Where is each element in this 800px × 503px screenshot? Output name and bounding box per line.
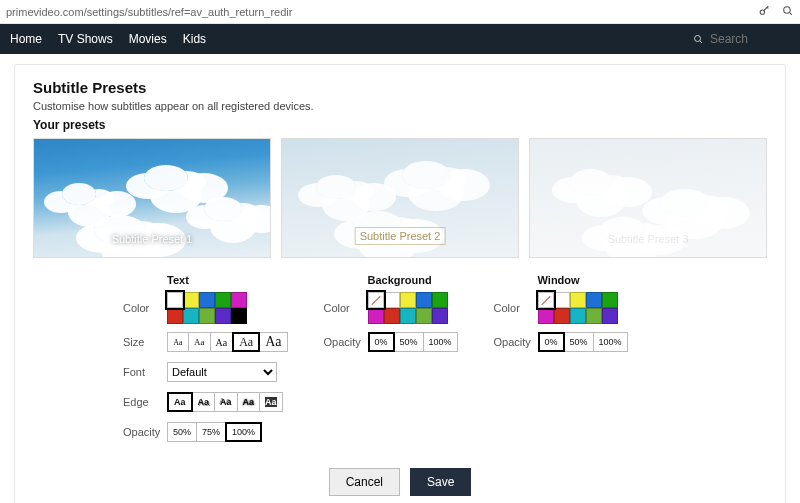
preset-3-label: Subtitle Preset 3 [608,233,689,245]
color-swatch[interactable] [215,308,231,324]
page-url: primevideo.com/settings/subtitles/ref=av… [6,6,292,18]
color-swatch[interactable] [231,292,247,308]
background-heading: Background [368,274,458,286]
your-presets-heading: Your presets [33,118,767,132]
text-edge-option-uniform[interactable]: Aa [237,392,261,412]
browser-urlbar: primevideo.com/settings/subtitles/ref=av… [0,0,800,24]
window-heading: Window [538,274,628,286]
opacity-option[interactable]: 50% [564,332,594,352]
preset-2-label: Subtitle Preset 2 [355,227,446,245]
color-swatch[interactable] [400,308,416,324]
text-edge-label: Edge [123,396,167,408]
opacity-option[interactable]: 75% [196,422,226,442]
color-swatch-none[interactable] [368,292,384,308]
text-size-option[interactable]: Aa [232,332,260,352]
text-size-label: Size [123,336,167,348]
nav-search[interactable] [692,32,790,46]
color-swatch[interactable] [167,292,183,308]
background-opacity-options: 0%50%100% [368,332,458,352]
text-edge-options: AaAaAaAaAa [167,392,283,412]
preset-1[interactable]: Subtitle Preset 1 [33,138,271,258]
color-swatch[interactable] [570,292,586,308]
nav-tvshows[interactable]: TV Shows [58,32,113,46]
color-swatch[interactable] [368,308,384,324]
color-swatch[interactable] [432,292,448,308]
color-swatch[interactable] [586,308,602,324]
color-swatch[interactable] [231,308,247,324]
action-buttons: Cancel Save [33,468,767,496]
color-swatch[interactable] [570,308,586,324]
svg-point-1 [784,7,791,14]
search-icon [692,33,704,45]
text-font-select[interactable]: Default [167,362,277,382]
svg-point-2 [695,36,701,42]
color-swatch[interactable] [416,308,432,324]
text-opacity-label: Opacity [123,426,167,438]
color-swatch[interactable] [183,292,199,308]
save-button[interactable]: Save [410,468,471,496]
text-edge-option-drop[interactable]: Aa [259,392,283,412]
text-column: Text Color Size AaAaAaAaAa Font Default … [123,274,288,450]
page-description: Customise how subtitles appear on all re… [33,100,767,112]
text-size-option[interactable]: Aa [167,332,189,352]
text-color-swatches [167,292,247,324]
nav-kids[interactable]: Kids [183,32,206,46]
color-swatch[interactable] [384,308,400,324]
page-title: Subtitle Presets [33,79,767,96]
window-opacity-label: Opacity [494,336,538,348]
color-swatch[interactable] [199,308,215,324]
main-nav: Home TV Shows Movies Kids [0,24,800,54]
nav-home[interactable]: Home [10,32,42,46]
window-column: Window Color Opacity 0%50%100% [494,274,628,450]
color-swatch[interactable] [586,292,602,308]
window-color-swatches [538,292,618,324]
color-swatch[interactable] [602,292,618,308]
color-swatch[interactable] [554,308,570,324]
search-input[interactable] [710,32,790,46]
color-swatch[interactable] [215,292,231,308]
preset-2[interactable]: Subtitle Preset 2 [281,138,519,258]
color-swatch[interactable] [416,292,432,308]
text-edge-option-depressed[interactable]: Aa [214,392,238,412]
background-opacity-label: Opacity [324,336,368,348]
color-swatch[interactable] [538,308,554,324]
text-edge-option-raised[interactable]: Aa [192,392,216,412]
preset-1-label: Subtitle Preset 1 [112,233,193,245]
color-swatch[interactable] [384,292,400,308]
preset-3[interactable]: Subtitle Preset 3 [529,138,767,258]
opacity-option[interactable]: 0% [368,332,395,352]
text-size-options: AaAaAaAaAa [167,332,288,352]
background-color-swatches [368,292,448,324]
text-size-option[interactable]: Aa [188,332,211,352]
text-font-label: Font [123,366,167,378]
color-swatch[interactable] [167,308,183,324]
opacity-option[interactable]: 100% [423,332,458,352]
text-color-label: Color [123,302,167,314]
color-swatch[interactable] [400,292,416,308]
color-swatch[interactable] [183,308,199,324]
opacity-option[interactable]: 50% [167,422,197,442]
background-column: Background Color Opacity 0%50%100% [324,274,458,450]
color-swatch-none[interactable] [538,292,554,308]
color-swatch[interactable] [554,292,570,308]
opacity-option[interactable]: 100% [225,422,262,442]
svg-point-0 [760,10,764,14]
key-icon[interactable] [758,4,771,19]
controls: Text Color Size AaAaAaAaAa Font Default … [33,274,767,450]
text-size-option[interactable]: Aa [259,332,287,352]
nav-movies[interactable]: Movies [129,32,167,46]
text-size-option[interactable]: Aa [210,332,234,352]
background-color-label: Color [324,302,368,314]
text-opacity-options: 50%75%100% [167,422,262,442]
search-icon[interactable] [781,4,794,19]
opacity-option[interactable]: 100% [593,332,628,352]
color-swatch[interactable] [432,308,448,324]
opacity-option[interactable]: 0% [538,332,565,352]
text-heading: Text [167,274,288,286]
opacity-option[interactable]: 50% [394,332,424,352]
color-swatch[interactable] [199,292,215,308]
text-edge-option-none[interactable]: Aa [167,392,193,412]
color-swatch[interactable] [602,308,618,324]
cancel-button[interactable]: Cancel [329,468,400,496]
window-opacity-options: 0%50%100% [538,332,628,352]
